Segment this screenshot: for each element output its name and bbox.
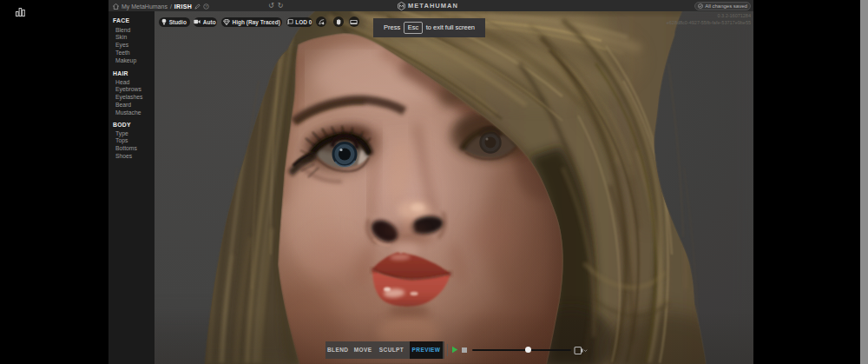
svg-text:?: ?: [205, 4, 207, 9]
